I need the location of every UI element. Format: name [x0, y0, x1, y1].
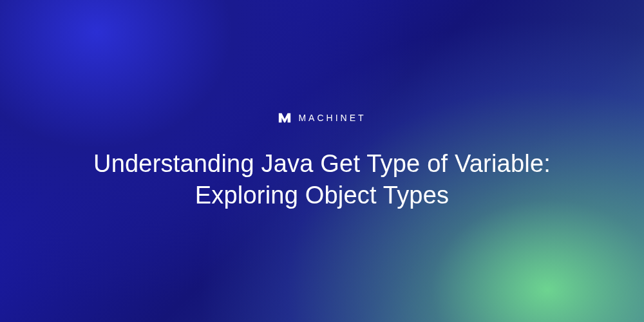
- brand-row: MACHINET: [278, 111, 366, 125]
- hero-banner: MACHINET Understanding Java Get Type of …: [0, 0, 644, 322]
- machinet-logo-icon: [278, 111, 292, 125]
- hero-title: Understanding Java Get Type of Variable:…: [77, 148, 567, 212]
- brand-name: MACHINET: [298, 113, 366, 123]
